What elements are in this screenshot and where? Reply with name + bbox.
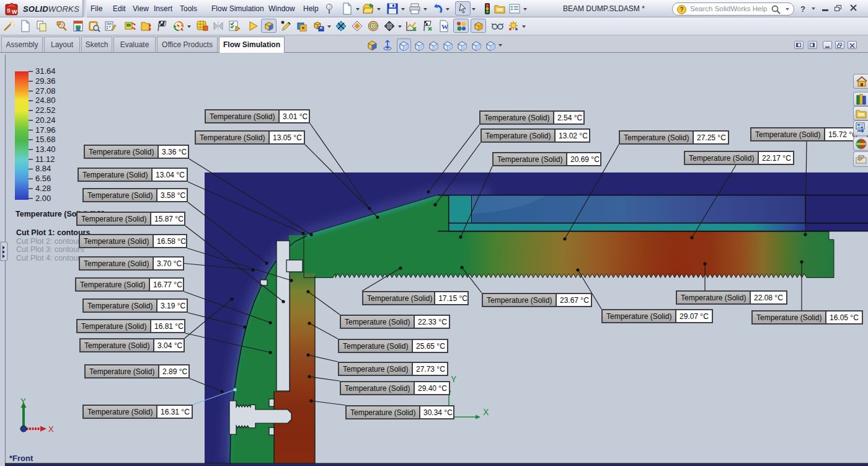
svg-text:?: ? [680,6,684,13]
svg-text:?: ? [60,22,63,28]
svg-text:Y: Y [20,397,26,406]
svg-text:X: X [48,424,54,434]
svg-text:X: X [483,407,489,417]
svg-text:W: W [441,23,448,30]
svg-text:Y: Y [451,374,457,384]
